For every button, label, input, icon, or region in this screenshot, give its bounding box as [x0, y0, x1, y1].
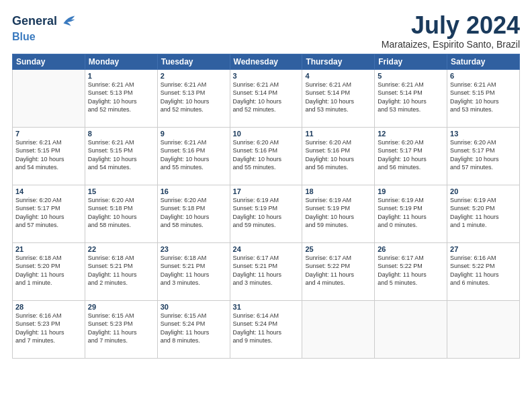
- day-info-line: and 9 minutes.: [233, 337, 273, 344]
- calendar-day-4: 4Sunrise: 6:21 AMSunset: 5:14 PMDaylight…: [302, 69, 375, 127]
- day-info-line: and 5 minutes.: [378, 279, 417, 286]
- day-info: Sunrise: 6:20 AMSunset: 5:17 PMDaylight:…: [378, 138, 444, 172]
- day-info-line: Sunset: 5:14 PM: [378, 89, 423, 96]
- day-info-line: and 53 minutes.: [378, 106, 420, 113]
- day-info: Sunrise: 6:20 AMSunset: 5:16 PMDaylight:…: [305, 138, 371, 172]
- day-number: 12: [378, 130, 444, 138]
- day-number: 11: [305, 130, 371, 138]
- day-info-line: Sunrise: 6:17 AM: [305, 255, 351, 261]
- calendar-day-7: 7Sunrise: 6:21 AMSunset: 5:15 PMDaylight…: [13, 127, 85, 185]
- day-info-line: and 4 minutes.: [305, 279, 345, 286]
- day-number: 29: [88, 303, 154, 311]
- day-info-line: Sunrise: 6:20 AM: [88, 197, 134, 203]
- day-info-line: Daylight: 11 hours: [88, 329, 137, 336]
- day-info-line: Daylight: 10 hours: [161, 98, 210, 105]
- calendar-week-row: 28Sunrise: 6:16 AMSunset: 5:23 PMDayligh…: [13, 300, 520, 358]
- day-info: Sunrise: 6:21 AMSunset: 5:15 PMDaylight:…: [450, 81, 517, 114]
- day-info-line: and 1 minute.: [15, 279, 52, 286]
- day-info-line: Sunset: 5:22 PM: [450, 263, 495, 269]
- calendar-day-27: 27Sunrise: 6:16 AMSunset: 5:22 PMDayligh…: [447, 242, 520, 300]
- day-info-line: Sunrise: 6:20 AM: [450, 139, 496, 146]
- day-number: 16: [161, 187, 227, 195]
- calendar-day-15: 15Sunrise: 6:20 AMSunset: 5:18 PMDayligh…: [85, 185, 157, 242]
- calendar-day-23: 23Sunrise: 6:18 AMSunset: 5:21 PMDayligh…: [157, 242, 230, 300]
- day-info-line: and 52 minutes.: [233, 106, 276, 113]
- day-info: Sunrise: 6:15 AMSunset: 5:23 PMDaylight:…: [88, 312, 154, 345]
- day-number: 5: [378, 72, 444, 80]
- day-info-line: Daylight: 10 hours: [450, 156, 499, 163]
- day-info-line: Sunset: 5:15 PM: [450, 89, 495, 96]
- day-info-line: Daylight: 11 hours: [450, 214, 499, 220]
- day-info-line: Sunrise: 6:15 AM: [161, 312, 207, 319]
- day-info-line: Sunset: 5:23 PM: [15, 320, 60, 327]
- day-number: 21: [15, 245, 82, 253]
- day-number: 25: [305, 245, 371, 253]
- day-info-line: Sunrise: 6:15 AM: [88, 312, 134, 319]
- day-info: Sunrise: 6:20 AMSunset: 5:17 PMDaylight:…: [15, 196, 82, 230]
- day-info-line: Daylight: 11 hours: [233, 271, 282, 278]
- day-info: Sunrise: 6:21 AMSunset: 5:15 PMDaylight:…: [15, 138, 82, 172]
- day-info-line: Daylight: 11 hours: [305, 271, 354, 278]
- calendar-day-18: 18Sunrise: 6:19 AMSunset: 5:19 PMDayligh…: [302, 185, 375, 242]
- day-number: 28: [15, 303, 82, 311]
- day-number: 7: [15, 130, 82, 138]
- day-number: 26: [378, 245, 444, 253]
- day-info-line: Sunrise: 6:14 AM: [233, 312, 279, 319]
- day-info-line: Sunrise: 6:20 AM: [233, 139, 279, 146]
- calendar-day-11: 11Sunrise: 6:20 AMSunset: 5:16 PMDayligh…: [302, 127, 375, 185]
- day-info-line: Sunrise: 6:21 AM: [88, 139, 134, 146]
- day-info-line: Daylight: 10 hours: [88, 156, 137, 163]
- calendar-week-row: 7Sunrise: 6:21 AMSunset: 5:15 PMDaylight…: [13, 127, 520, 185]
- day-info-line: and 54 minutes.: [15, 164, 58, 171]
- day-info: Sunrise: 6:21 AMSunset: 5:14 PMDaylight:…: [233, 81, 300, 114]
- day-info-line: Sunrise: 6:21 AM: [161, 139, 207, 146]
- day-info: Sunrise: 6:16 AMSunset: 5:22 PMDaylight:…: [450, 254, 517, 287]
- day-info-line: Daylight: 11 hours: [161, 271, 210, 278]
- day-info-line: Sunset: 5:19 PM: [305, 205, 350, 212]
- day-number: 15: [88, 187, 154, 195]
- logo-text: General: [12, 15, 57, 28]
- day-info-line: and 2 minutes.: [88, 279, 128, 286]
- day-info-line: and 3 minutes.: [161, 279, 200, 286]
- day-number: 6: [450, 72, 517, 80]
- day-number: 24: [233, 245, 300, 253]
- day-info-line: Sunrise: 6:21 AM: [378, 81, 424, 88]
- day-info: Sunrise: 6:18 AMSunset: 5:21 PMDaylight:…: [161, 254, 227, 287]
- logo: General Blue: [12, 12, 77, 43]
- day-info: Sunrise: 6:19 AMSunset: 5:20 PMDaylight:…: [450, 196, 517, 230]
- day-info-line: Sunrise: 6:21 AM: [305, 81, 351, 88]
- day-info: Sunrise: 6:20 AMSunset: 5:16 PMDaylight:…: [233, 138, 300, 172]
- day-info-line: Sunset: 5:13 PM: [88, 89, 133, 96]
- calendar-week-row: 1Sunrise: 6:21 AMSunset: 5:13 PMDaylight…: [13, 69, 520, 127]
- day-info-line: and 59 minutes.: [233, 222, 276, 228]
- day-info-line: Sunset: 5:24 PM: [233, 320, 278, 327]
- calendar-day-24: 24Sunrise: 6:17 AMSunset: 5:21 PMDayligh…: [230, 242, 302, 300]
- day-info-line: Sunset: 5:19 PM: [378, 205, 423, 212]
- day-info-line: Sunset: 5:19 PM: [233, 205, 278, 212]
- calendar-day-8: 8Sunrise: 6:21 AMSunset: 5:15 PMDaylight…: [85, 127, 157, 185]
- day-number: 8: [88, 130, 154, 138]
- day-info-line: and 1 minute.: [450, 222, 487, 228]
- day-info-line: Sunset: 5:16 PM: [305, 147, 350, 154]
- day-info: Sunrise: 6:17 AMSunset: 5:22 PMDaylight:…: [305, 254, 371, 287]
- day-info-line: Daylight: 10 hours: [233, 156, 282, 163]
- calendar-day-empty: [302, 300, 375, 358]
- calendar-day-9: 9Sunrise: 6:21 AMSunset: 5:16 PMDaylight…: [157, 127, 230, 185]
- day-info: Sunrise: 6:14 AMSunset: 5:24 PMDaylight:…: [233, 312, 300, 345]
- day-info: Sunrise: 6:18 AMSunset: 5:21 PMDaylight:…: [88, 254, 154, 287]
- day-info-line: and 58 minutes.: [161, 222, 204, 228]
- title-block: July 2024 Marataizes, Espirito Santo, Br…: [382, 12, 520, 50]
- day-info: Sunrise: 6:16 AMSunset: 5:23 PMDaylight:…: [15, 312, 82, 345]
- day-info-line: and 59 minutes.: [305, 222, 348, 228]
- weekday-header-wednesday: Wednesday: [230, 54, 302, 69]
- day-info: Sunrise: 6:19 AMSunset: 5:19 PMDaylight:…: [305, 196, 371, 230]
- calendar-day-14: 14Sunrise: 6:20 AMSunset: 5:17 PMDayligh…: [13, 185, 85, 242]
- day-info-line: Daylight: 10 hours: [305, 98, 354, 105]
- day-number: 1: [88, 72, 154, 80]
- day-info-line: and 55 minutes.: [161, 164, 204, 171]
- calendar-day-empty: [13, 69, 85, 127]
- day-info-line: Daylight: 11 hours: [15, 271, 64, 278]
- day-number: 18: [305, 187, 371, 195]
- day-info-line: and 57 minutes.: [15, 222, 58, 228]
- day-info-line: Sunset: 5:18 PM: [161, 205, 206, 212]
